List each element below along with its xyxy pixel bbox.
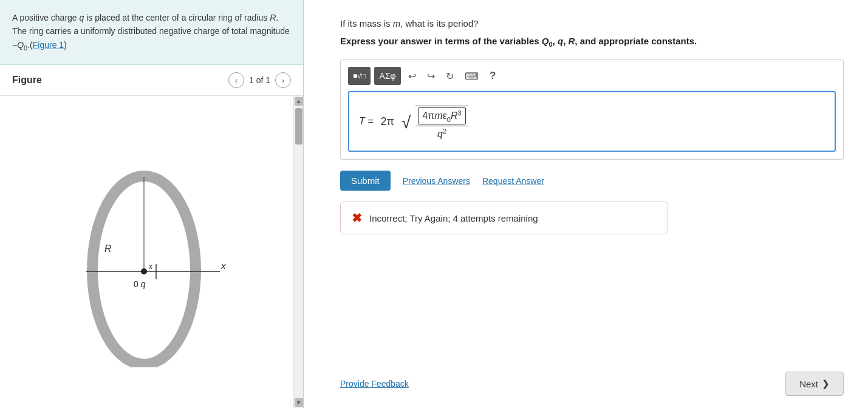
numerator: 4πmε0R3 (415, 107, 468, 127)
question-line: If its mass is m, what is its period? (340, 18, 844, 29)
math-toolbar: ■√□ ΑΣφ ↩ ↪ ↻ ⌨ ? (348, 67, 836, 85)
request-answer-button[interactable]: Request Answer (482, 176, 544, 186)
svg-text:R: R (104, 243, 112, 254)
next-chevron-icon: ❯ (822, 378, 830, 389)
formula-2pi: 2π (381, 115, 394, 128)
bottom-row: Provide Feedback Next ❯ (340, 372, 844, 396)
next-button[interactable]: Next ❯ (785, 372, 844, 396)
figure-canvas: R x x 0 q (0, 96, 293, 408)
figure-next-button[interactable]: › (275, 72, 291, 88)
numerator-parens: 4πmε0R3 (418, 107, 465, 125)
error-box: ✖ Incorrect; Try Again; 4 attempts remai… (340, 202, 668, 234)
figure-header: Figure ‹ 1 of 1 › (0, 65, 303, 96)
denominator: q2 (435, 126, 449, 140)
math-input-container: ■√□ ΑΣφ ↩ ↪ ↻ ⌨ ? T = 2π √ 4πmε0 (340, 59, 844, 160)
submit-row: Submit Previous Answers Request Answer (340, 171, 844, 191)
sqrt-content: 4πmε0R3 q2 (415, 106, 468, 140)
math-formula: T = 2π √ 4πmε0R3 q2 (359, 103, 468, 140)
scroll-down-arrow[interactable]: ▼ (295, 398, 303, 407)
problem-text: A positive charge q is placed at the cen… (12, 13, 290, 50)
figure-prev-button[interactable]: ‹ (228, 72, 244, 88)
scroll-up-arrow[interactable]: ▲ (295, 97, 303, 106)
error-icon: ✖ (352, 211, 362, 225)
problem-text-box: A positive charge q is placed at the cen… (0, 0, 303, 65)
reset-button[interactable]: ↻ (442, 67, 457, 85)
undo-button[interactable]: ↩ (405, 67, 420, 85)
math-display[interactable]: T = 2π √ 4πmε0R3 q2 (348, 91, 836, 152)
left-panel: A positive charge q is placed at the cen… (0, 0, 304, 408)
formula-lhs: T = (359, 116, 374, 127)
previous-answers-button[interactable]: Previous Answers (403, 176, 470, 186)
next-label: Next (799, 379, 818, 389)
svg-text:x: x (148, 262, 153, 271)
redo-button[interactable]: ↪ (423, 67, 439, 85)
symbol-button[interactable]: ΑΣφ (374, 67, 401, 85)
svg-text:x: x (220, 260, 226, 271)
keyboard-button[interactable]: ⌨ (461, 67, 482, 85)
svg-text:0 q: 0 q (134, 279, 146, 289)
error-message: Incorrect; Try Again; 4 attempts remaini… (369, 213, 538, 223)
provide-feedback-button[interactable]: Provide Feedback (340, 379, 409, 389)
fraction-sqrt-button[interactable]: ■√□ (348, 67, 371, 85)
sqrt-symbol-icon: √ (402, 114, 411, 131)
figure-scrollbar[interactable]: ▲ ▼ (293, 96, 303, 408)
figure-counter: 1 of 1 (249, 75, 270, 85)
help-button[interactable]: ? (486, 67, 499, 85)
figure-navigation: ‹ 1 of 1 › (228, 72, 291, 88)
figure-svg: R x x 0 q (50, 137, 244, 367)
figure-title: Figure (12, 75, 42, 86)
submit-button[interactable]: Submit (340, 171, 391, 191)
figure-area: R x x 0 q ▲ ▼ (0, 96, 303, 408)
scroll-thumb[interactable] (295, 108, 302, 144)
question-bold: Express your answer in terms of the vari… (340, 36, 844, 48)
right-panel: If its mass is m, what is its period? Ex… (304, 0, 868, 408)
figure-link[interactable]: Figure 1 (33, 40, 64, 50)
